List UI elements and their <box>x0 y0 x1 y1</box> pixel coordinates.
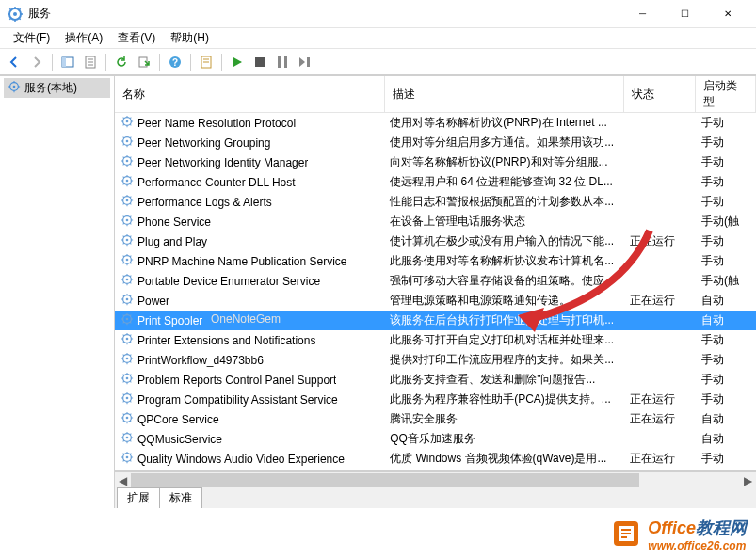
menu-action[interactable]: 操作(A) <box>57 28 110 48</box>
service-description: 该服务在后台执行打印作业并处理与打印机... <box>384 311 623 330</box>
horizontal-scrollbar[interactable]: ◀ ▶ <box>115 471 756 487</box>
minimize-button[interactable]: ─ <box>621 1 664 27</box>
services-list[interactable]: 名称 描述 状态 启动类型 Peer Name Resolution Proto… <box>115 76 756 471</box>
service-row[interactable]: Performance Logs & Alerts性能日志和警报根据预配置的计划… <box>115 192 756 212</box>
start-service-button[interactable] <box>227 52 248 72</box>
properties-2-button[interactable] <box>196 52 217 72</box>
svg-point-53 <box>126 437 129 439</box>
service-gear-icon <box>121 233 134 249</box>
column-header-name[interactable]: 名称 <box>115 76 384 113</box>
service-name: Quality Windows Audio Video Experience <box>137 453 345 466</box>
export-list-button[interactable] <box>134 52 154 72</box>
service-name: Print Spooler <box>137 314 202 327</box>
window-title: 服务 <box>28 6 621 22</box>
svg-point-25 <box>126 160 129 163</box>
services-table: 名称 描述 状态 启动类型 Peer Name Resolution Proto… <box>115 76 756 471</box>
service-row[interactable]: QQMusicServiceQQ音乐加速服务自动 <box>115 429 756 449</box>
service-status <box>624 271 696 291</box>
column-header-status[interactable]: 状态 <box>624 76 696 113</box>
service-description: 使用对等分组启用多方通信。如果禁用该功... <box>384 133 623 152</box>
refresh-button[interactable] <box>111 52 132 72</box>
service-row[interactable]: QPCore Service腾讯安全服务正在运行自动 <box>115 409 756 429</box>
column-header-startup[interactable]: 启动类型 <box>696 76 756 113</box>
service-status <box>624 212 696 231</box>
properties-button[interactable] <box>80 52 101 72</box>
service-row[interactable]: Plug and Play使计算机在极少或没有用户输入的情况下能...正在运行手… <box>115 231 756 251</box>
service-description: QQ音乐加速服务 <box>384 429 623 449</box>
service-name: Performance Logs & Alerts <box>137 196 272 209</box>
service-name: QQMusicService <box>137 433 222 446</box>
forward-button[interactable] <box>26 52 47 72</box>
service-gear-icon <box>121 372 134 388</box>
service-status <box>624 192 696 212</box>
service-row[interactable]: Portable Device Enumerator Service强制可移动大… <box>115 271 756 291</box>
title-bar: 服务 ─ ☐ ✕ <box>0 0 756 28</box>
svg-point-23 <box>126 140 129 143</box>
service-row[interactable]: Quality Windows Audio Video Experience优质… <box>115 449 756 469</box>
service-startup: 自动 <box>696 291 756 311</box>
service-gear-icon <box>121 352 134 368</box>
tree-node-label: 服务(本地) <box>24 80 77 96</box>
service-startup: 手动 <box>696 330 756 350</box>
service-row[interactable]: Performance Counter DLL Host使远程用户和 64 位进… <box>115 172 756 192</box>
tab-extended[interactable]: 扩展 <box>117 487 160 508</box>
service-status <box>624 113 696 134</box>
service-name: Phone Service <box>137 215 211 229</box>
service-description: 腾讯安全服务 <box>384 409 623 429</box>
service-description: 在设备上管理电话服务状态 <box>384 212 623 231</box>
menu-view[interactable]: 查看(V) <box>110 28 163 48</box>
service-row[interactable]: Print Spooler该服务在后台执行打印作业并处理与打印机...自动 <box>115 311 756 330</box>
service-row[interactable]: Power管理电源策略和电源策略通知传递。正在运行自动 <box>115 291 756 311</box>
scroll-left-icon[interactable]: ◀ <box>115 472 131 488</box>
svg-point-1 <box>13 12 17 16</box>
show-hide-tree-button[interactable] <box>57 52 78 72</box>
service-startup: 手动 <box>696 113 756 134</box>
service-name: Program Compatibility Assistant Service <box>137 393 338 407</box>
service-status <box>624 370 696 390</box>
service-description: 优质 Windows 音频视频体验(qWave)是用... <box>384 449 623 469</box>
scroll-thumb[interactable] <box>131 473 639 487</box>
tab-standard[interactable]: 标准 <box>159 487 202 508</box>
scroll-right-icon[interactable]: ▶ <box>740 472 756 488</box>
service-gear-icon <box>121 214 134 230</box>
service-row[interactable]: Printer Extensions and Notifications此服务可… <box>115 330 756 350</box>
service-row[interactable]: PrintWorkflow_d4973bb6提供对打印工作流应用程序的支持。如果… <box>115 350 756 370</box>
service-startup: 手动 <box>696 133 756 152</box>
service-startup: 手动 <box>696 251 756 271</box>
column-header-description[interactable]: 描述 <box>384 76 623 113</box>
service-name: PrintWorkflow_d4973bb6 <box>137 354 264 367</box>
service-gear-icon <box>121 391 134 407</box>
help-button[interactable]: ? <box>165 52 185 72</box>
service-row[interactable]: PNRP Machine Name Publication Service此服务… <box>115 251 756 271</box>
svg-point-33 <box>126 239 129 242</box>
service-status <box>624 330 696 350</box>
restart-service-button[interactable] <box>295 52 315 72</box>
svg-point-49 <box>126 397 129 400</box>
service-row[interactable]: Peer Networking Grouping使用对等分组启用多方通信。如果禁… <box>115 133 756 152</box>
service-gear-icon <box>121 253 134 269</box>
close-button[interactable]: ✕ <box>706 1 748 27</box>
footer-logo: Office教程网 www.office26.com <box>610 517 747 552</box>
service-gear-icon <box>121 431 134 447</box>
service-gear-icon <box>121 293 134 309</box>
service-status <box>624 429 696 449</box>
service-row[interactable]: Problem Reports Control Panel Support此服务… <box>115 370 756 390</box>
service-row[interactable]: Phone Service在设备上管理电话服务状态手动(触 <box>115 212 756 231</box>
svg-rect-14 <box>255 57 265 67</box>
service-row[interactable]: Peer Name Resolution Protocol使用对等名称解析协议(… <box>115 113 756 134</box>
service-startup: 手动 <box>696 350 756 370</box>
service-row[interactable]: Peer Networking Identity Manager向对等名称解析协… <box>115 152 756 172</box>
back-button[interactable] <box>4 52 24 72</box>
pause-service-button[interactable] <box>272 52 293 72</box>
stop-service-button[interactable] <box>249 52 270 72</box>
menu-help[interactable]: 帮助(H) <box>163 28 217 48</box>
menu-file[interactable]: 文件(F) <box>6 28 57 48</box>
logo-text-main: Office教程网 <box>648 517 747 539</box>
service-row[interactable]: Program Compatibility Assistant Service此… <box>115 390 756 409</box>
service-gear-icon <box>121 194 134 210</box>
maximize-button[interactable]: ☐ <box>664 1 706 27</box>
tree-node-services-local[interactable]: 服务(本地) <box>4 78 110 98</box>
svg-point-19 <box>13 86 16 88</box>
service-status <box>624 251 696 271</box>
svg-point-41 <box>126 318 129 321</box>
